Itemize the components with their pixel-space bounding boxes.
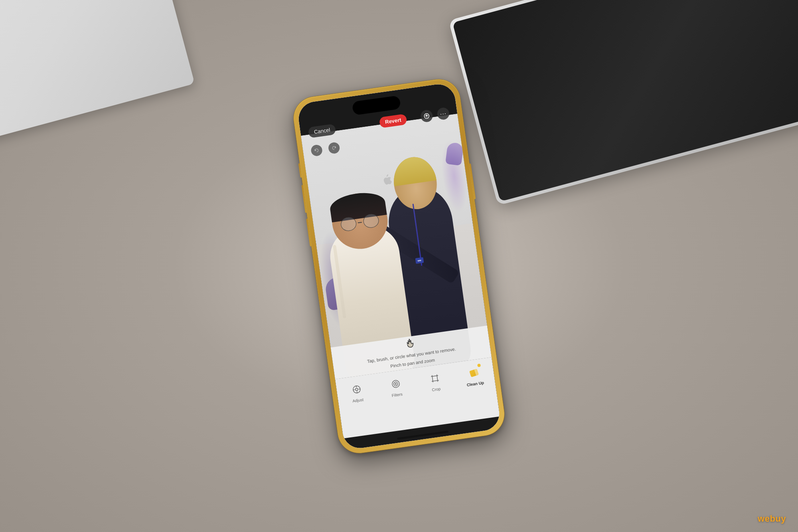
cleanup-tool[interactable]: Clean Up (461, 364, 487, 388)
share-button[interactable] (420, 109, 433, 123)
filters-tool[interactable]: Filters (383, 376, 409, 399)
svg-rect-10 (432, 376, 438, 381)
filters-icon (388, 376, 403, 391)
svg-point-2 (355, 388, 358, 391)
watermark-we: we (758, 514, 770, 524)
watermark-buy: buy (770, 514, 786, 524)
home-indicator (397, 430, 448, 439)
more-options-button[interactable]: ··· (437, 107, 450, 120)
cleanup-label: Clean Up (466, 380, 484, 387)
adjust-icon (349, 382, 364, 397)
crop-label: Crop (432, 386, 441, 392)
crop-icon (427, 371, 442, 386)
active-indicator (477, 364, 481, 367)
adjust-label: Adjust (352, 397, 364, 403)
svg-line-6 (358, 389, 360, 389)
undo-button[interactable] (310, 144, 323, 157)
watermark: webuy (758, 514, 786, 524)
eraser-shape (469, 368, 479, 377)
svg-line-3 (356, 386, 356, 387)
hand-gesture-icon (405, 338, 415, 351)
adjust-tool[interactable]: Adjust (344, 381, 370, 404)
svg-line-4 (357, 391, 357, 393)
cleanup-icon (466, 365, 481, 380)
redo-button[interactable] (328, 141, 340, 154)
filters-label: Filters (391, 392, 403, 398)
svg-point-9 (395, 383, 397, 385)
crop-tool[interactable]: Crop (422, 370, 448, 393)
